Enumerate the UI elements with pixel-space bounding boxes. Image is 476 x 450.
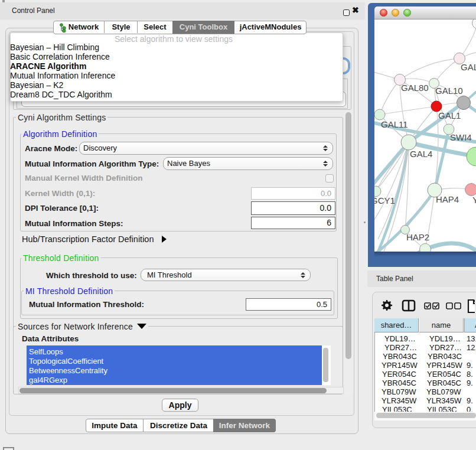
svg-text:GAL11: GAL11 xyxy=(381,119,408,129)
svg-text:GCY1: GCY1 xyxy=(374,195,395,206)
svg-text:GAL7: GAL7 xyxy=(461,62,476,72)
svg-text:YEL: YEL xyxy=(472,195,476,205)
svg-text:GAL80: GAL80 xyxy=(401,83,429,93)
svg-text:HAP4: HAP4 xyxy=(436,194,459,204)
svg-text:GAL4: GAL4 xyxy=(410,149,432,159)
svg-text:SWI4: SWI4 xyxy=(450,132,472,142)
svg-text:GAL10: GAL10 xyxy=(435,86,463,96)
svg-text:HAP2: HAP2 xyxy=(406,232,429,242)
svg-text:GAL1: GAL1 xyxy=(438,110,461,120)
